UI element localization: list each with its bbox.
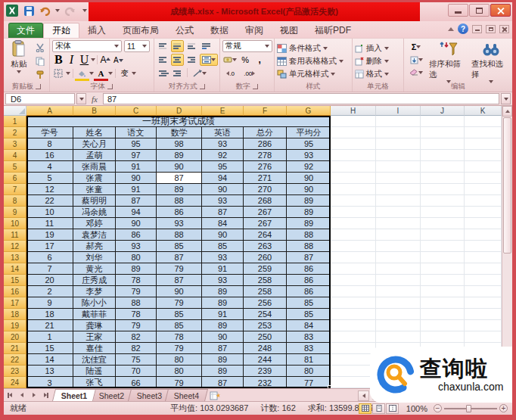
cell[interactable]: 90 — [287, 184, 331, 195]
cell[interactable]: 256 — [244, 297, 287, 309]
header-cell-英语[interactable]: 英语 — [202, 127, 244, 138]
cell[interactable]: 20 — [26, 275, 73, 286]
cell[interactable]: 18 — [26, 309, 73, 320]
increase-indent-button[interactable] — [171, 67, 184, 79]
row-header-22[interactable]: 22 — [4, 354, 26, 366]
cell[interactable]: 267 — [244, 207, 287, 218]
cell[interactable] — [376, 286, 421, 297]
cell[interactable]: 94 — [202, 173, 244, 184]
align-top-button[interactable] — [157, 40, 169, 52]
cell[interactable]: 90 — [202, 229, 244, 241]
cell[interactable] — [421, 195, 465, 207]
conditional-formatting-button[interactable]: 条件格式 — [277, 42, 350, 54]
cell[interactable]: 87 — [116, 195, 157, 207]
cell[interactable] — [421, 286, 465, 297]
cell[interactable]: 82 — [116, 331, 157, 343]
tab-审阅[interactable]: 审阅 — [237, 23, 272, 38]
cell[interactable]: 232 — [244, 377, 287, 388]
paste-dropdown-icon[interactable] — [17, 70, 21, 73]
cell[interactable] — [331, 343, 376, 354]
cell[interactable]: 2 — [26, 286, 73, 297]
clear-button[interactable] — [406, 67, 426, 79]
tab-数据[interactable]: 数据 — [202, 23, 237, 38]
accounting-format-button[interactable] — [222, 54, 238, 66]
insert-worksheet-button[interactable] — [208, 389, 222, 401]
cell[interactable]: 13 — [26, 366, 73, 377]
grow-font-button[interactable]: A — [99, 54, 112, 66]
font-name-combo[interactable]: 宋体 — [52, 40, 122, 52]
row-header-17[interactable]: 17 — [4, 297, 26, 309]
row-header-16[interactable]: 16 — [4, 286, 26, 297]
cell[interactable] — [421, 252, 465, 263]
cell[interactable] — [331, 173, 376, 184]
cell[interactable]: 81 — [287, 354, 331, 366]
cell[interactable] — [465, 263, 502, 275]
cell[interactable]: 92 — [287, 161, 331, 173]
cell[interactable] — [331, 116, 376, 127]
cell[interactable] — [331, 354, 376, 366]
cell[interactable] — [376, 184, 421, 195]
cell[interactable]: 89 — [287, 207, 331, 218]
cell[interactable] — [376, 309, 421, 320]
expand-formula-bar-button[interactable] — [501, 93, 511, 104]
header-cell-姓名[interactable]: 姓名 — [73, 127, 116, 138]
row-header-2[interactable]: 2 — [4, 127, 26, 138]
cell[interactable] — [465, 116, 502, 127]
cell[interactable] — [376, 252, 421, 263]
borders-dropdown-icon[interactable] — [66, 72, 70, 75]
cell[interactable]: 92 — [202, 150, 244, 161]
cell[interactable]: 88 — [287, 241, 331, 252]
cell[interactable] — [465, 320, 502, 331]
font-color-button[interactable]: A — [95, 67, 107, 79]
row-header-20[interactable]: 20 — [4, 331, 26, 343]
font-color-dropdown-icon[interactable] — [108, 72, 113, 75]
cell[interactable]: 78 — [116, 309, 157, 320]
cell[interactable] — [331, 195, 376, 207]
formula-input[interactable]: 87 — [103, 93, 499, 104]
column-header-H[interactable]: H — [331, 106, 376, 116]
percent-style-button[interactable]: % — [239, 54, 252, 66]
cell[interactable] — [465, 331, 502, 343]
header-cell-语文[interactable]: 语文 — [116, 127, 157, 138]
sheet-tab-Sheet2[interactable]: Sheet2 — [90, 389, 133, 401]
cell[interactable]: 91 — [116, 161, 157, 173]
cell[interactable] — [331, 297, 376, 309]
cell[interactable]: 85 — [157, 309, 202, 320]
name-box-dropdown[interactable] — [76, 93, 86, 104]
cell[interactable]: 79 — [157, 377, 202, 388]
cell[interactable] — [331, 263, 376, 275]
cell[interactable]: 83 — [287, 343, 331, 354]
redo-icon[interactable] — [63, 4, 76, 17]
cell[interactable] — [465, 207, 502, 218]
tab-页面布局[interactable]: 页面布局 — [114, 23, 167, 38]
column-header-A[interactable]: A — [26, 106, 73, 116]
column-header-F[interactable]: F — [244, 106, 287, 116]
cell[interactable]: 郝亮 — [73, 241, 116, 252]
row-header-8[interactable]: 8 — [4, 195, 26, 207]
cell[interactable] — [465, 286, 502, 297]
cell[interactable]: 95 — [287, 138, 331, 150]
cell-styles-button[interactable]: 单元格样式 — [277, 67, 350, 80]
cell[interactable] — [465, 229, 502, 241]
cell[interactable] — [331, 138, 376, 150]
cell[interactable] — [465, 184, 502, 195]
cell[interactable] — [376, 116, 421, 127]
cell[interactable] — [331, 207, 376, 218]
cell[interactable] — [376, 138, 421, 150]
font-size-combo[interactable]: 11 — [124, 40, 150, 52]
number-dialog-launcher-icon[interactable] — [253, 84, 258, 89]
cell[interactable]: 91 — [202, 309, 244, 320]
orientation-button[interactable] — [191, 67, 209, 79]
close-button[interactable] — [490, 4, 511, 17]
cell[interactable] — [376, 275, 421, 286]
cell[interactable] — [421, 138, 465, 150]
cell[interactable]: 85 — [157, 241, 202, 252]
cell[interactable]: 93 — [202, 195, 244, 207]
column-header-I[interactable]: I — [376, 106, 421, 116]
align-center-button[interactable] — [171, 54, 184, 66]
cell[interactable]: 254 — [244, 309, 287, 320]
cell[interactable]: 龚琳 — [73, 320, 116, 331]
cell[interactable]: 263 — [244, 241, 287, 252]
cell[interactable]: 86 — [157, 207, 202, 218]
cell[interactable]: 90 — [287, 173, 331, 184]
